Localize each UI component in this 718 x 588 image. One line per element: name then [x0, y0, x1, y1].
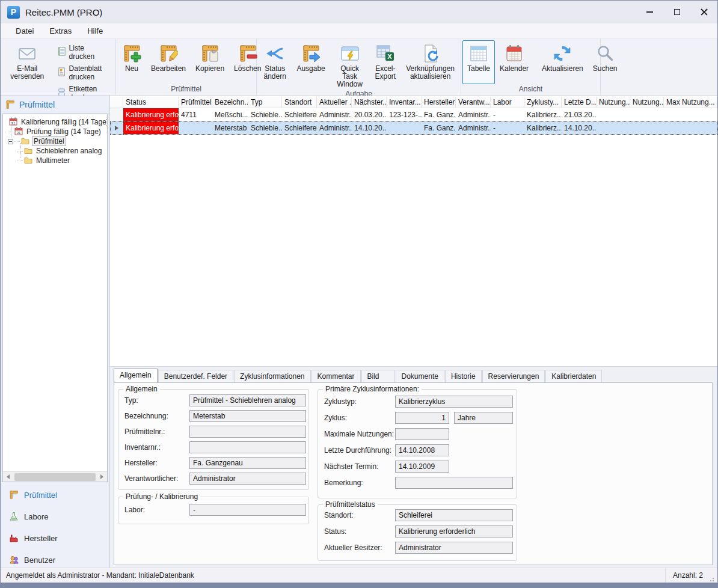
column-header[interactable]: Standort — [282, 97, 317, 108]
cell: Administr... — [456, 108, 491, 121]
column-header[interactable]: Zyklusty... — [524, 97, 562, 108]
menubar: Datei Extras Hilfe — [1, 23, 717, 39]
inventarnr-field[interactable] — [189, 441, 306, 453]
bezeichnung-field[interactable]: Meterstab — [189, 410, 306, 422]
aktueller-besitzer-field[interactable]: Administrator — [395, 542, 513, 554]
column-header[interactable]: Status — [123, 97, 179, 108]
table-row[interactable]: Kalibrierung erfor... 4711 Meßschi... Sc… — [110, 108, 717, 121]
maximize-button[interactable] — [663, 1, 690, 23]
calendar-31-icon: 31 — [14, 127, 23, 136]
cell: 14.10.20... — [352, 121, 387, 135]
tree-horizontal-scrollbar[interactable] — [3, 471, 107, 482]
tab-allgemein[interactable]: Allgemein — [114, 369, 158, 382]
datenblatt-drucken-button[interactable]: Datenblatt drucken — [55, 64, 112, 82]
nav-item-labore[interactable]: Labore — [1, 506, 109, 527]
quick-task-window-button[interactable]: Quick Task Window — [330, 40, 370, 89]
groupbox-title: Allgemein — [123, 385, 160, 393]
tab-historie[interactable]: Historie — [445, 370, 482, 382]
column-header[interactable]: Verantw... — [456, 97, 491, 108]
table-row-selected[interactable]: Kalibrierung erfor... Meterstab Schieble… — [110, 121, 717, 135]
column-header[interactable]: Hersteller — [422, 97, 456, 108]
column-header[interactable]: Nutzung... — [597, 97, 630, 108]
tree-item-pruefmittel[interactable]: Prüfmittel — [3, 136, 107, 146]
tree-item-pruefung-faellig[interactable]: 31 Prüfung fällig (14 Tage) — [3, 127, 107, 136]
excel-export-button[interactable]: X Excel-Export — [369, 40, 401, 89]
hersteller-field[interactable]: Fa. Ganzgenau — [189, 457, 306, 469]
scroll-left-arrow[interactable] — [3, 472, 13, 482]
typ-field[interactable]: Prüfmittel - Schieblehren analog — [189, 394, 306, 406]
status-field[interactable]: Kalibrierung erforderlich — [395, 525, 513, 537]
zyklus-value-field[interactable]: 1 — [395, 412, 449, 424]
tab-kalibrierdaten[interactable]: Kalibrierdaten — [545, 370, 602, 382]
letzte-durchfuehrung-field[interactable]: 14.10.2008 — [395, 444, 449, 456]
scrollbar-thumb[interactable] — [14, 473, 96, 481]
close-button[interactable] — [690, 1, 717, 23]
ribbon-group-aufgabe: Status ändern Ausgabe Quick Task Window — [257, 39, 461, 95]
main-area: Status Prüfmittel... Bezeichn... Typ Sta… — [110, 96, 717, 568]
zyklus-unit-field[interactable]: Jahre — [454, 412, 513, 424]
labor-field[interactable]: - — [189, 504, 306, 516]
tree-item-label: Kalibrierung fällig (14 Tage) — [20, 118, 107, 126]
ausgabe-label: Ausgabe — [296, 65, 325, 73]
menu-hilfe[interactable]: Hilfe — [79, 25, 111, 37]
cell: 14.10.20... — [562, 121, 597, 135]
kopieren-button[interactable]: Kopieren — [191, 40, 229, 84]
nav-item-pruefmittel[interactable]: Prüfmittel — [1, 484, 109, 506]
tabelle-button[interactable]: Tabelle — [462, 40, 495, 84]
statusbar-login-info: Angemeldet als Administrator - Mandant: … — [1, 571, 194, 580]
column-header[interactable]: Inventar... — [387, 97, 422, 108]
liste-drucken-button[interactable]: Liste drucken — [55, 43, 112, 61]
field-label: Typ: — [124, 396, 138, 405]
nav-item-hersteller[interactable]: Hersteller — [1, 527, 109, 549]
tab-benutzerdef-felder[interactable]: Benutzerdef. Felder — [158, 370, 233, 382]
zyklustyp-field[interactable]: Kalibrierzyklus — [395, 396, 513, 408]
scroll-right-arrow[interactable] — [97, 472, 107, 482]
row-header-cell — [110, 121, 123, 135]
kalender-button[interactable]: Kalender — [495, 40, 533, 84]
tree-item-label: Multimeter — [35, 156, 71, 165]
tab-bild[interactable]: Bild — [361, 370, 395, 382]
column-header[interactable]: Max Nutzung... — [664, 97, 717, 108]
aktualisieren-button[interactable]: Aktualisieren — [537, 40, 588, 84]
tab-kommentar[interactable]: Kommentar — [311, 370, 361, 382]
verknuepfungen-aktualisieren-button[interactable]: Verknüpfungen aktualisieren — [401, 40, 459, 89]
column-header[interactable]: Aktueller ... — [317, 97, 352, 108]
status-aendern-button[interactable]: Status ändern — [258, 40, 292, 89]
resize-grip[interactable] — [708, 575, 714, 581]
naechster-termin-field[interactable]: 14.10.2009 — [395, 461, 449, 473]
tree-collapse-icon[interactable] — [8, 139, 13, 144]
minimize-button[interactable] — [636, 1, 663, 23]
menu-datei[interactable]: Datei — [8, 25, 41, 37]
maximale-nutzungen-field[interactable] — [395, 428, 449, 440]
column-header[interactable]: Labor — [491, 97, 524, 108]
field-label: Inventarnr.: — [124, 443, 161, 452]
nav-item-label: Hersteller — [24, 534, 58, 543]
kalender-label: Kalender — [500, 65, 529, 73]
cell: 4711 — [179, 108, 212, 121]
tab-dokumente[interactable]: Dokumente — [396, 370, 444, 382]
tree-guide-line — [20, 143, 21, 158]
tree-item-schieblehren-analog[interactable]: Schieblehren analog — [3, 146, 107, 156]
ruler-clipboard-icon — [200, 43, 219, 64]
bemerkung-field[interactable] — [395, 477, 513, 489]
print-datasheet-icon — [57, 67, 66, 78]
pruefmittelnr-field[interactable] — [189, 426, 306, 438]
column-header[interactable]: Typ — [248, 97, 282, 108]
verantwortlicher-field[interactable]: Administrator — [189, 473, 306, 485]
tree-item-kalibrierung-faellig[interactable]: 31 Kalibrierung fällig (14 Tage) — [3, 117, 107, 127]
menu-extras[interactable]: Extras — [41, 25, 79, 37]
column-header[interactable]: Letzte D... — [562, 97, 597, 108]
column-header[interactable]: Prüfmittel... — [179, 97, 212, 108]
tab-reservierungen[interactable]: Reservierungen — [482, 370, 545, 382]
cell — [630, 121, 664, 135]
column-header[interactable]: Bezeichn... — [212, 97, 248, 108]
cell: Fa. Ganz... — [422, 121, 456, 135]
column-header[interactable]: Nutzung... — [630, 97, 664, 108]
bearbeiten-button[interactable]: Bearbeiten — [146, 40, 191, 84]
tab-zyklusinformationen[interactable]: Zyklusinformationen — [234, 370, 310, 382]
tree-item-multimeter[interactable]: Multimeter — [3, 156, 107, 165]
column-header[interactable]: Nächster... — [352, 97, 387, 108]
ausgabe-button[interactable]: Ausgabe — [292, 40, 330, 89]
standort-field[interactable]: Schleiferei — [395, 509, 513, 521]
neu-button[interactable]: Neu — [117, 40, 146, 84]
